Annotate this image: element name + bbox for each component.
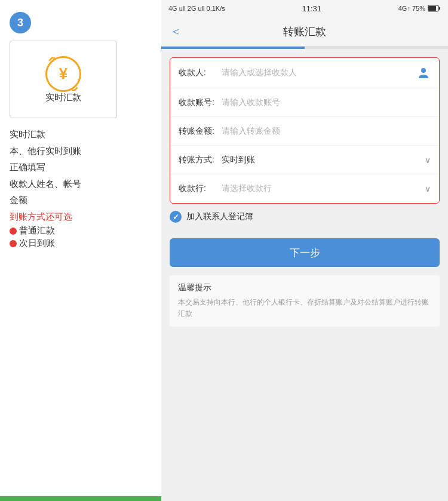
next-button[interactable]: 下一步	[170, 238, 440, 267]
app-header: ＜ 转账汇款	[161, 17, 448, 47]
app-title: 转账汇款	[283, 24, 326, 39]
tab-inactive[interactable]	[305, 47, 448, 49]
back-button[interactable]: ＜	[170, 23, 182, 39]
battery-text: 4G↑ 75%	[398, 5, 425, 12]
form-row-amount[interactable]: 转账金额: 请输入转账金额	[170, 117, 439, 146]
contact-label: 加入联系人登记簿	[186, 211, 253, 222]
step-badge: 3	[10, 12, 31, 33]
checkmark-icon: ✓	[173, 213, 179, 222]
value-payee[interactable]: 请输入或选择收款人	[222, 67, 416, 78]
status-right: 4G↑ 75%	[398, 5, 441, 12]
form-row-method[interactable]: 转账方式: 实时到账 ∨	[170, 146, 439, 174]
label-amount: 转账金额:	[179, 126, 222, 137]
status-left: 4G ull 2G ull 0.1K/s	[168, 5, 225, 12]
right-panel: 4G ull 2G ull 0.1K/s 11:31 4G↑ 75% ＜ 转账汇…	[161, 0, 448, 501]
contact-row[interactable]: ✓ 加入联系人登记簿	[161, 204, 448, 230]
label-payee: 收款人:	[179, 67, 222, 78]
status-time: 11:31	[302, 4, 321, 13]
svg-rect-1	[428, 6, 436, 11]
yuan-container: ¥	[45, 56, 81, 92]
yuan-circle: ¥	[45, 56, 81, 92]
desc-highlight: 到账方式还可选	[10, 209, 72, 225]
desc-line1: 实时汇款	[10, 127, 45, 142]
chevron-icon-bank[interactable]: ∨	[425, 184, 431, 193]
tab-bar[interactable]	[161, 47, 448, 49]
value-method: 实时到账	[222, 155, 425, 165]
left-panel: 3 ¥ 实时汇款 实时汇款 本、他行实时到账 正确填写 收款人姓名、帐号 金额 …	[0, 0, 161, 501]
bullet-dot-2	[10, 240, 17, 247]
form-area: 收款人: 请输入或选择收款人 收款账号: 请输入收款账号 转账金额: 请输入转账…	[170, 57, 440, 204]
signal-text: 4G ull 2G ull 0.1K/s	[168, 5, 225, 12]
bullet-text-2: 次日到账	[19, 238, 55, 249]
tip-section: 温馨提示 本交易支持向本行、他行的个人银行卡、存折结算账户及对公结算账户进行转账…	[170, 275, 440, 327]
icon-box: ¥ 实时汇款	[10, 41, 117, 118]
bottom-bar	[0, 496, 161, 501]
desc-line3: 正确填写	[10, 159, 45, 175]
value-account[interactable]: 请输入收款账号	[222, 97, 431, 108]
desc-line4: 收款人姓名、帐号	[10, 176, 81, 192]
bullet-dot-1	[10, 228, 17, 235]
value-amount[interactable]: 请输入转账金额	[222, 126, 431, 137]
tip-content: 本交易支持向本行、他行的个人银行卡、存折结算账户及对公结算账户进行转账汇款	[178, 297, 431, 319]
form-row-bank[interactable]: 收款行: 请选择收款行 ∨	[170, 174, 439, 203]
svg-rect-2	[439, 7, 440, 10]
value-bank[interactable]: 请选择收款行	[222, 183, 425, 194]
form-row-account[interactable]: 收款账号: 请输入收款账号	[170, 88, 439, 117]
tip-title: 温馨提示	[178, 282, 431, 293]
yuan-symbol: ¥	[59, 64, 67, 83]
chevron-icon-method[interactable]: ∨	[425, 155, 431, 165]
bullet-item-2: 次日到账	[10, 238, 55, 249]
checkbox-contact[interactable]: ✓	[170, 211, 182, 223]
tab-active[interactable]	[161, 47, 305, 49]
form-row-payee[interactable]: 收款人: 请输入或选择收款人	[170, 58, 439, 88]
icon-label: 实时汇款	[45, 92, 81, 103]
bullet-item-1: 普通汇款	[10, 225, 55, 236]
desc-line2: 本、他行实时到账	[10, 143, 81, 159]
next-button-label: 下一步	[290, 246, 320, 260]
status-bar: 4G ull 2G ull 0.1K/s 11:31 4G↑ 75%	[161, 0, 448, 17]
battery-icon	[428, 5, 441, 12]
person-icon[interactable]	[416, 66, 431, 80]
bullet-text-1: 普通汇款	[19, 225, 55, 236]
label-account: 收款账号:	[179, 97, 222, 108]
label-bank: 收款行:	[179, 183, 222, 194]
desc-line5: 金额	[10, 192, 27, 208]
svg-point-3	[421, 68, 426, 73]
label-method: 转账方式:	[179, 155, 222, 165]
